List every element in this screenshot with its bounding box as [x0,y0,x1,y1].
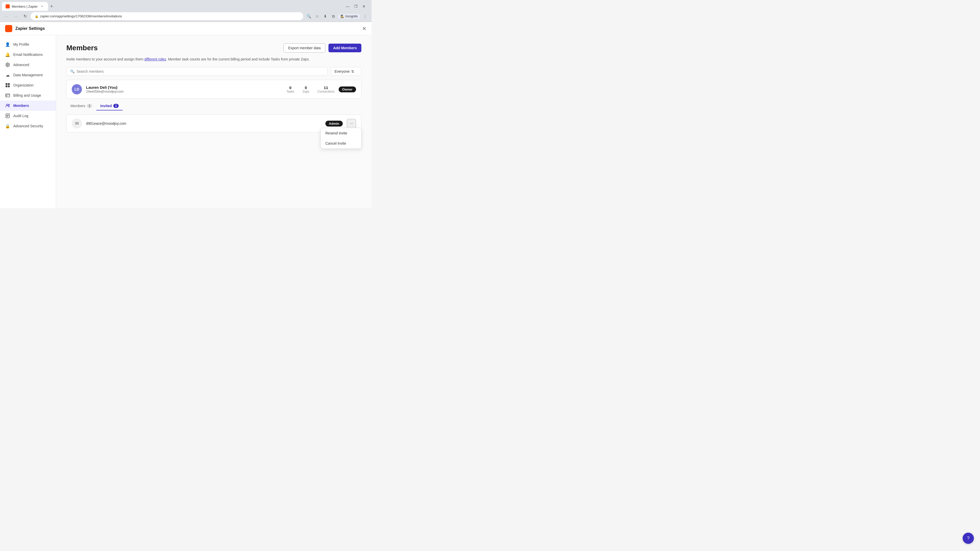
notifications-icon: 🔔 [5,52,10,57]
filter-dropdown[interactable]: Everyone ⇅ [331,67,361,76]
sidebar-item-data-management[interactable]: ☁ Data Management [0,70,56,80]
admin-badge: Admin [325,121,343,127]
sidebar-item-audit-log[interactable]: Audit Log [0,111,56,121]
profile-icon: 👤 [5,42,10,47]
sidebar-item-my-profile[interactable]: 👤 My Profile [0,39,56,49]
security-icon: 🔒 [5,124,10,129]
owner-stats: 0 Tasks 0 Zaps 11 Connections [286,86,334,94]
invite-dropdown-menu: Resend Invite Cancel Invite [321,128,361,149]
description: Invite members to your account and assig… [66,57,361,62]
browser-actions: 🔍 ☆ ⬇ ⧉ 🕵 Incognito ⋮ [305,13,369,20]
sidebar-item-label: Data Management [13,73,43,77]
minimize-button[interactable]: — [344,3,351,10]
app-logo [5,25,12,32]
tab-members[interactable]: Members 1 [66,102,96,110]
svg-rect-3 [8,86,10,87]
bookmark-button[interactable]: ☆ [313,13,321,20]
main-content: Members Export member data Add Members I… [56,35,372,208]
sidebar-item-organization[interactable]: Organization [0,80,56,90]
export-button[interactable]: Export member data [283,43,326,52]
header-actions: Export member data Add Members [283,43,361,52]
sidebar-item-label: Members [13,103,29,108]
sidebar-item-label: Advanced [13,63,29,67]
app-header: Zapier Settings ✕ [0,22,372,35]
search-filter-row: 🔍 Everyone ⇅ [66,67,361,76]
svg-rect-4 [6,94,10,97]
billing-icon [5,93,10,98]
owner-avatar: LD [72,84,82,94]
refresh-button[interactable]: ↻ [21,13,29,20]
invite-action-button[interactable]: ··· [347,119,356,128]
search-input[interactable] [76,69,324,73]
tabs-row: Members 1 Invited 1 [66,102,361,110]
owner-member-card: LD Lauren Deli (You) 24ee050e@moodjoy.co… [66,80,361,99]
zaps-label: Zaps [302,90,309,94]
app-container: 👤 My Profile 🔔 Email Notifications Advan… [0,35,372,208]
url-bar[interactable]: 🔒 zapier.com/app/settings/17062338/membe… [30,12,303,20]
filter-value: Everyone [334,69,350,73]
invited-card-wrapper: ✉ d901eace@moodjoy.com Admin ··· Resend … [66,114,361,132]
sidebar-item-label: Advanced Security [13,124,43,128]
restore-button[interactable]: ❐ [352,3,360,10]
svg-point-7 [8,104,10,106]
invited-card: ✉ d901eace@moodjoy.com Admin ··· [66,114,361,132]
invited-count: 1 [113,104,119,108]
incognito-badge: 🕵 Incognito [338,14,360,19]
header-close-button[interactable]: ✕ [362,25,366,32]
sidebar-item-billing-usage[interactable]: Billing and Usage [0,90,56,100]
svg-point-6 [6,104,8,106]
filter-icon: ⇅ [351,69,354,73]
sidebar: 👤 My Profile 🔔 Email Notifications Advan… [0,35,56,208]
data-icon: ☁ [5,73,10,78]
tasks-label: Tasks [286,90,294,94]
browser-chrome: Members | Zapier × + — ❐ ✕ ← → ↻ 🔒 zapie… [0,0,372,22]
tab-invited[interactable]: Invited 1 [96,102,123,110]
tab-favicon [6,4,10,8]
forward-button[interactable]: → [12,13,19,20]
sidebar-item-label: Email Notifications [13,52,43,57]
active-tab[interactable]: Members | Zapier × [2,2,48,11]
connections-stat: 11 Connections [318,86,334,94]
tab-close-btn[interactable]: × [40,4,45,9]
audit-icon [5,113,10,118]
sidebar-item-members[interactable]: Members [0,100,56,111]
owner-name: Lauren Deli (You) [86,85,282,89]
sidebar-item-label: Billing and Usage [13,94,41,97]
owner-info: Lauren Deli (You) 24ee050e@moodjoy.com [86,85,282,94]
page-title: Members [66,44,98,52]
new-tab-button[interactable]: + [48,3,55,10]
svg-rect-2 [6,86,7,87]
browser-menu-button[interactable]: ⋮ [361,13,369,20]
browser-search-button[interactable]: 🔍 [305,13,312,20]
lock-icon: 🔒 [35,14,38,18]
search-box: 🔍 [66,67,328,76]
advanced-icon [5,62,10,67]
sidebar-item-advanced-security[interactable]: 🔒 Advanced Security [0,121,56,131]
different-roles-link[interactable]: different roles [145,57,166,61]
sidebar-item-email-notifications[interactable]: 🔔 Email Notifications [0,49,56,60]
app-title: Zapier Settings [15,26,45,31]
connections-label: Connections [318,90,334,94]
zaps-stat: 0 Zaps [302,86,309,94]
svg-rect-5 [6,96,7,96]
mail-icon: ✉ [72,118,82,129]
back-button[interactable]: ← [3,13,10,20]
address-bar: ← → ↻ 🔒 zapier.com/app/settings/17062338… [0,11,372,22]
download-button[interactable]: ⬇ [321,13,329,20]
resend-invite-item[interactable]: Resend Invite [321,128,361,138]
close-button[interactable]: ✕ [360,3,368,10]
invited-email: d901eace@moodjoy.com [86,121,321,125]
owner-email: 24ee050e@moodjoy.com [86,89,282,94]
add-members-button[interactable]: Add Members [328,44,361,52]
cancel-invite-item[interactable]: Cancel Invite [321,138,361,148]
page-header: Members Export member data Add Members [66,43,361,52]
tab-title: Members | Zapier [12,5,38,8]
members-count: 1 [87,104,92,108]
sidebar-item-label: My Profile [13,42,29,46]
org-icon [5,83,10,88]
desktop-button[interactable]: ⧉ [330,13,337,20]
sidebar-item-label: Organization [13,83,33,87]
action-dots-icon: ··· [350,121,353,126]
sidebar-item-advanced[interactable]: Advanced [0,60,56,70]
svg-rect-0 [6,83,7,85]
